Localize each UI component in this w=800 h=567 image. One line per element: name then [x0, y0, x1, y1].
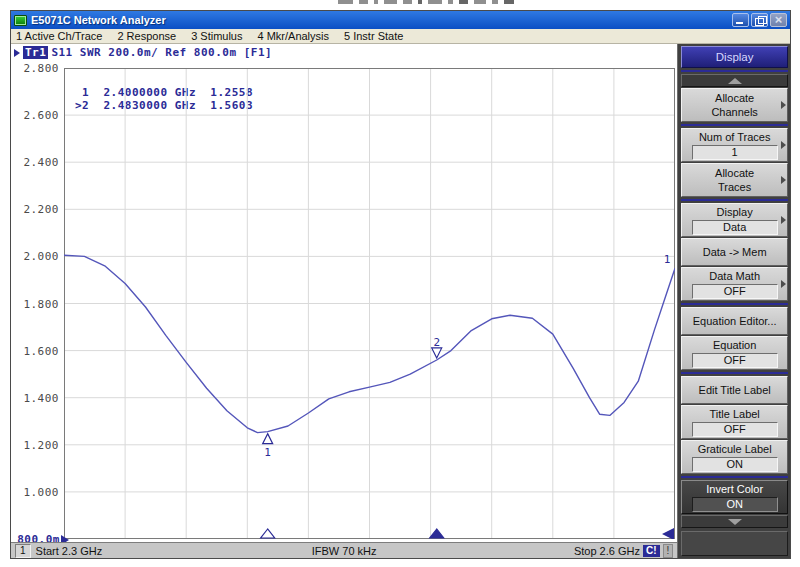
menu-item-1-active-ch-trace[interactable]: 1 Active Ch/Trace — [16, 30, 102, 42]
softkey-num-of-traces[interactable]: Num of Traces1 — [681, 128, 788, 162]
y-axis-tick-label: 2.600 — [13, 109, 59, 122]
y-axis-reference-label: 800.0m — [13, 533, 69, 542]
separator — [681, 124, 788, 126]
y-axis-tick-label: 1.200 — [13, 439, 59, 452]
softkey-label: Graticule Label — [698, 442, 772, 456]
cal-status-badge: C! — [643, 545, 660, 557]
softkey-menu-header[interactable]: Display — [681, 46, 788, 68]
cropped-caption-artifact — [338, 0, 514, 5]
stimulus-marker-1-indicator[interactable] — [261, 529, 275, 538]
trace-marker-2[interactable] — [432, 348, 442, 358]
softkey-invert-color[interactable]: Invert ColorON — [681, 480, 788, 514]
softkey-value: Data — [692, 220, 778, 235]
main-area: Tr1 S11 SWR 200.0m/ Ref 800.0m [F1] 1 2.… — [11, 44, 790, 558]
menu-item-5-instr-state[interactable]: 5 Instr State — [344, 30, 403, 42]
menu-item-4-mkr-analysis[interactable]: 4 Mkr/Analysis — [257, 30, 329, 42]
trace-end-number: 1 — [664, 253, 671, 266]
trace-marker-2-label: 2 — [433, 336, 440, 349]
softkey-label: Allocate — [715, 91, 754, 105]
softkey-label: Equation — [713, 338, 756, 352]
menu-bar: 1 Active Ch/Trace2 Response3 Stimulus4 M… — [11, 29, 790, 44]
y-axis-tick-label: 2.200 — [13, 203, 59, 216]
reference-level-value: 800.0m — [17, 533, 60, 542]
display-column: Tr1 S11 SWR 200.0m/ Ref 800.0m [F1] 1 2.… — [11, 44, 677, 558]
menu-item-3-stimulus[interactable]: 3 Stimulus — [191, 30, 242, 42]
softkey-edit-title-label[interactable]: Edit Title Label — [681, 376, 788, 404]
trace-marker-1-label: 1 — [264, 446, 271, 459]
menu-item-2-response[interactable]: 2 Response — [117, 30, 176, 42]
separator — [681, 199, 788, 201]
stop-frequency: Stop 2.6 GHz — [574, 545, 640, 557]
scroll-down-icon — [728, 519, 742, 525]
softkey-label: Data -> Mem — [703, 245, 767, 259]
app-icon — [14, 15, 27, 26]
reference-level-arrow-icon[interactable] — [61, 535, 69, 543]
softkey-label: Title Label — [709, 407, 759, 421]
separator — [681, 70, 788, 72]
softkey-value: 1 — [692, 145, 778, 160]
separator — [681, 476, 788, 478]
plot-area: 121 — [64, 68, 675, 539]
window-title: E5071C Network Analyzer — [31, 11, 728, 29]
softkey-equation-editor[interactable]: Equation Editor... — [681, 307, 788, 335]
y-axis-tick-label: 2.800 — [13, 62, 59, 75]
trace-selector[interactable]: Tr1 — [23, 46, 48, 59]
y-axis-tick-label: 2.400 — [13, 156, 59, 169]
y-axis-tick-label: 2.000 — [13, 250, 59, 263]
y-axis-tick-label: 1.800 — [13, 298, 59, 311]
warning-badge: ! — [663, 544, 674, 558]
softkey-title-label[interactable]: Title LabelOFF — [681, 405, 788, 439]
softkey-data-math[interactable]: Data MathOFF — [681, 267, 788, 301]
softkey-empty-panel — [681, 531, 788, 556]
softkey-scroll-up[interactable] — [681, 74, 788, 87]
softkey-label: Allocate — [715, 166, 754, 180]
close-button[interactable] — [770, 13, 787, 27]
softkey-value: OFF — [692, 353, 778, 368]
softkey-label: Traces — [718, 180, 751, 194]
window-controls — [732, 13, 787, 27]
softkey-data-mem[interactable]: Data -> Mem — [681, 238, 788, 266]
stop-group: Stop 2.6 GHz C! ! — [574, 544, 673, 558]
trace-info-line: Tr1 S11 SWR 200.0m/ Ref 800.0m [F1] — [14, 46, 272, 59]
softkey-label: Display — [717, 205, 753, 219]
y-axis-tick-label: 1.000 — [13, 486, 59, 499]
softkey-label: Edit Title Label — [699, 383, 771, 397]
swr-chart: 121 — [64, 68, 675, 539]
softkey-display[interactable]: DisplayData — [681, 203, 788, 237]
app-window: E5071C Network Analyzer 1 Active Ch/Trac… — [10, 10, 791, 559]
restore-button[interactable] — [751, 13, 768, 27]
softkey-value: ON — [692, 497, 778, 512]
softkey-value: ON — [692, 457, 778, 472]
softkey-scroll-down[interactable] — [681, 515, 788, 528]
softkey-equation[interactable]: EquationOFF — [681, 336, 788, 370]
softkey-graticule-label[interactable]: Graticule LabelON — [681, 440, 788, 474]
y-axis-tick-label: 1.600 — [13, 345, 59, 358]
active-trace-arrow-icon — [14, 49, 20, 57]
stimulus-marker-2-indicator[interactable] — [430, 529, 444, 538]
softkey-allocate-traces[interactable]: AllocateTraces — [681, 163, 788, 197]
softkey-label: Data Math — [709, 269, 760, 283]
instrument-screen: Tr1 S11 SWR 200.0m/ Ref 800.0m [F1] 1 2.… — [11, 44, 677, 542]
softkey-label: Equation Editor... — [693, 314, 777, 328]
y-axis-tick-label: 1.400 — [13, 392, 59, 405]
trace-marker-1[interactable] — [263, 434, 273, 444]
softkey-label: Invert Color — [706, 482, 763, 496]
softkey-label: Num of Traces — [699, 130, 771, 144]
reference-level-arrow-right-icon — [662, 528, 674, 539]
softkey-sidebar: Display AllocateChannelsNum of Traces1Al… — [677, 44, 790, 558]
minimize-button[interactable] — [732, 13, 749, 27]
softkey-label: Channels — [711, 105, 757, 119]
separator — [681, 303, 788, 305]
softkey-allocate-channels[interactable]: AllocateChannels — [681, 88, 788, 122]
trace-format-text: S11 SWR 200.0m/ Ref 800.0m [F1] — [51, 46, 272, 59]
separator — [681, 372, 788, 374]
title-bar: E5071C Network Analyzer — [11, 11, 790, 29]
softkey-value: OFF — [692, 284, 778, 299]
scroll-up-icon — [728, 78, 742, 84]
softkey-value: OFF — [692, 422, 778, 437]
status-bar: 1 Start 2.3 GHz IFBW 70 kHz Stop 2.6 GHz… — [11, 542, 677, 558]
